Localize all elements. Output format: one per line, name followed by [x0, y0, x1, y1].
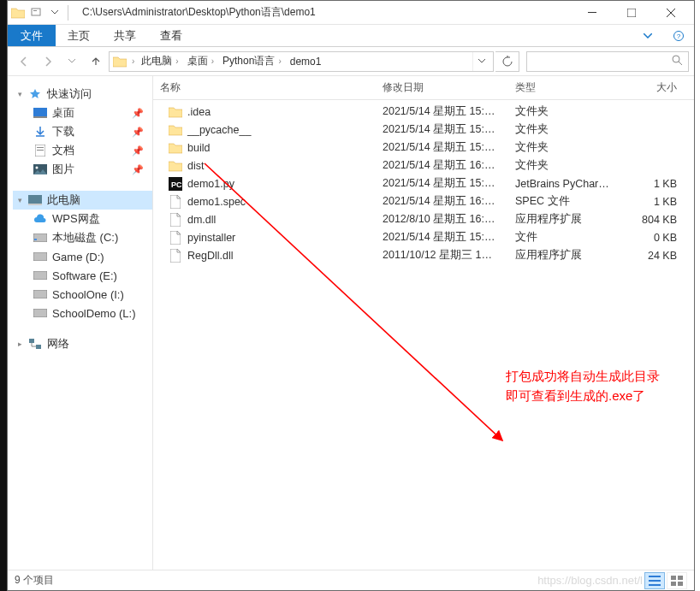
- table-row[interactable]: demo1.spec2021/5/14 星期五 16:…SPEC 文件1 KB: [153, 192, 694, 210]
- disk-icon: [33, 250, 47, 263]
- folder-icon: [169, 105, 182, 119]
- disk-icon: [33, 287, 47, 301]
- svg-rect-28: [649, 580, 661, 582]
- svg-text:?: ?: [677, 33, 681, 40]
- sidebar-item-disk-l[interactable]: SchoolDemo (L:): [13, 304, 152, 322]
- svg-rect-7: [33, 108, 47, 116]
- star-icon: [28, 87, 42, 101]
- breadcrumb[interactable]: Python语言 ›: [221, 54, 285, 68]
- sidebar-item-wps[interactable]: WPS网盘: [13, 210, 152, 228]
- expand-ribbon-icon[interactable]: [632, 25, 663, 46]
- table-row[interactable]: RegDll.dll2011/10/12 星期三 1…应用程序扩展24 KB: [153, 246, 694, 264]
- sidebar-item-documents[interactable]: 文档📌: [13, 141, 152, 160]
- sidebar-item-disk-c[interactable]: 本地磁盘 (C:): [13, 228, 152, 247]
- table-row[interactable]: dist2021/5/14 星期五 16:…文件夹: [153, 157, 694, 174]
- view-thumbnails-button[interactable]: [667, 572, 687, 589]
- column-type[interactable]: 类型: [508, 76, 624, 99]
- sidebar-this-pc[interactable]: ▾ 此电脑: [13, 191, 152, 210]
- table-row[interactable]: .idea2021/5/14 星期五 15:…文件夹: [153, 103, 694, 121]
- search-input[interactable]: [526, 51, 689, 72]
- help-icon[interactable]: ?: [663, 25, 694, 46]
- maximize-button[interactable]: [612, 1, 651, 25]
- sidebar-item-pictures[interactable]: 图片📌: [13, 160, 152, 179]
- qat-dropdown-icon[interactable]: [30, 6, 45, 20]
- svg-rect-3: [627, 9, 636, 17]
- folder-icon: [11, 6, 25, 20]
- breadcrumb[interactable]: demo1: [288, 56, 323, 68]
- table-row[interactable]: PCdemo1.py2021/5/14 星期五 15:…JetBrains Py…: [153, 174, 694, 192]
- svg-rect-2: [588, 12, 596, 13]
- svg-rect-8: [33, 116, 47, 118]
- sidebar-label: SchoolDemo (L:): [52, 307, 136, 320]
- file-icon: [169, 249, 182, 263]
- file-date: 2012/8/10 星期五 16:…: [376, 212, 508, 227]
- table-row[interactable]: dm.dll2012/8/10 星期五 16:…应用程序扩展804 KB: [153, 210, 694, 228]
- column-name[interactable]: 名称: [153, 76, 376, 99]
- svg-rect-32: [671, 582, 676, 586]
- picture-icon: [33, 163, 47, 176]
- breadcrumb-label: 此电脑: [141, 54, 172, 68]
- close-button[interactable]: [651, 1, 691, 25]
- sidebar-quick-access[interactable]: ▾ 快速访问: [13, 85, 152, 103]
- pin-icon: 📌: [132, 164, 144, 175]
- minimize-button[interactable]: [572, 1, 612, 25]
- chevron-right-icon[interactable]: ›: [130, 56, 136, 66]
- view-details-button[interactable]: [644, 572, 665, 589]
- sidebar-label: SchoolOne (I:): [52, 288, 124, 301]
- breadcrumb-label: Python语言: [222, 54, 275, 68]
- column-size[interactable]: 大小: [624, 76, 684, 99]
- file-name: RegDll.dll: [187, 250, 234, 262]
- breadcrumb-label: demo1: [290, 56, 322, 68]
- address-bar: › 此电脑 › 桌面 › Python语言 › demo1: [8, 47, 694, 76]
- chevron-down-icon[interactable]: ▾: [16, 196, 23, 204]
- sidebar-item-desktop[interactable]: 桌面📌: [13, 103, 152, 122]
- tab-file[interactable]: 文件: [8, 25, 56, 46]
- file-type: SPEC 文件: [508, 194, 624, 209]
- chevron-down-icon[interactable]: ▾: [16, 90, 23, 98]
- forward-button[interactable]: [37, 50, 59, 73]
- chevron-right-icon[interactable]: ▸: [16, 340, 23, 348]
- sidebar-item-disk-i[interactable]: SchoolOne (I:): [13, 285, 152, 304]
- pin-icon: 📌: [132, 145, 144, 157]
- svg-rect-14: [28, 195, 42, 204]
- back-button[interactable]: [13, 50, 35, 73]
- column-date[interactable]: 修改日期: [376, 76, 508, 99]
- sidebar-item-disk-e[interactable]: Software (E:): [13, 266, 152, 285]
- file-date: 2011/10/12 星期三 1…: [376, 248, 508, 263]
- explorer-window: C:\Users\Administrator\Desktop\Python语言\…: [7, 0, 695, 591]
- file-type: 文件夹: [508, 104, 624, 119]
- file-date: 2021/5/14 星期五 15:…: [376, 230, 508, 245]
- quick-access-toolbar: C:\Users\Administrator\Desktop\Python语言\…: [11, 5, 316, 21]
- recent-dropdown-icon[interactable]: [61, 50, 83, 73]
- folder-icon: [169, 123, 182, 137]
- sidebar-item-downloads[interactable]: 下载📌: [13, 122, 152, 141]
- breadcrumb-label: 桌面: [187, 54, 208, 68]
- breadcrumb[interactable]: 桌面 ›: [186, 54, 217, 68]
- sidebar: ▾ 快速访问 桌面📌 下载📌 文档📌 图片📌 ▾ 此电脑 WPS网盘 本地磁盘 …: [8, 76, 153, 570]
- refresh-button[interactable]: [495, 51, 519, 72]
- tab-share[interactable]: 共享: [102, 25, 148, 46]
- sidebar-network[interactable]: ▸ 网络: [13, 334, 152, 353]
- sidebar-label: 快速访问: [47, 86, 92, 102]
- sidebar-label: 网络: [47, 336, 69, 352]
- file-size: 24 KB: [624, 250, 684, 262]
- svg-rect-17: [34, 239, 37, 240]
- svg-rect-30: [671, 576, 676, 580]
- address-dropdown-icon[interactable]: [472, 52, 489, 71]
- address-field[interactable]: › 此电脑 › 桌面 › Python语言 › demo1: [109, 51, 494, 72]
- pin-icon: 📌: [132, 108, 144, 119]
- chevron-down-icon[interactable]: [50, 7, 59, 19]
- svg-rect-31: [678, 576, 683, 580]
- table-row[interactable]: pyinstaller2021/5/14 星期五 15:…文件0 KB: [153, 228, 694, 246]
- table-row[interactable]: __pycache__2021/5/14 星期五 15:…文件夹: [153, 121, 694, 139]
- folder-icon: [113, 55, 127, 68]
- folder-icon: [169, 141, 182, 155]
- table-row[interactable]: build2021/5/14 星期五 15:…文件夹: [153, 139, 694, 157]
- breadcrumb[interactable]: 此电脑 ›: [139, 54, 181, 68]
- up-button[interactable]: [85, 50, 107, 73]
- divider: [68, 5, 68, 21]
- tab-view[interactable]: 查看: [148, 25, 194, 46]
- sidebar-item-disk-d[interactable]: Game (D:): [13, 247, 152, 266]
- tab-home[interactable]: 主页: [56, 25, 102, 46]
- file-icon: [169, 195, 182, 209]
